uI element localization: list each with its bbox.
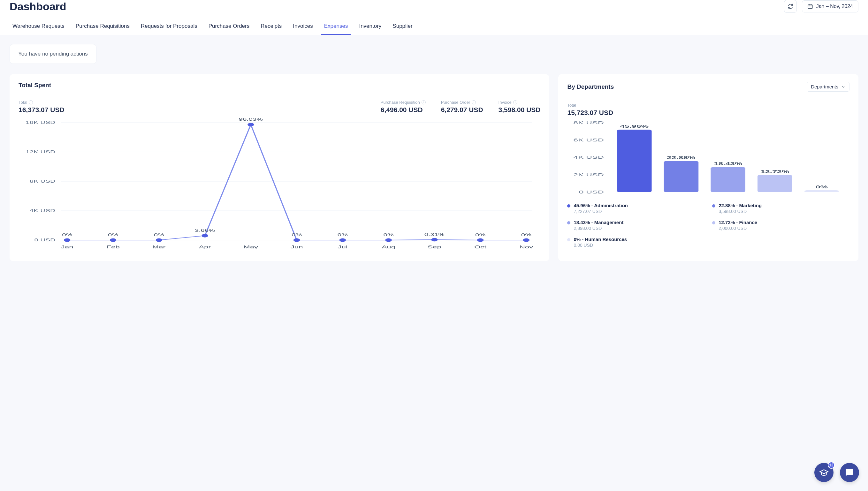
legend-item: 45.96% - Administration 7,227.07 USD (567, 203, 704, 214)
tab-bar: Warehouse RequestsPurchase RequisitionsR… (0, 19, 868, 35)
date-range-label: Jan – Nov, 2024 (816, 3, 853, 9)
svg-text:2K USD: 2K USD (573, 173, 604, 177)
dept-title: By Departments (567, 83, 614, 90)
stat-total-value: 16,373.07 USD (19, 106, 365, 114)
legend-label: 45.96% - Administration (573, 203, 627, 208)
svg-text:0%: 0% (62, 233, 72, 237)
stat-row: Total i 16,373.07 USD Purchase Requisiti… (19, 100, 540, 114)
svg-point-38 (477, 238, 483, 242)
legend-dot (567, 204, 570, 207)
legend-label: 18.43% - Management (573, 220, 623, 225)
svg-text:16K USD: 16K USD (26, 120, 55, 124)
svg-text:Jul: Jul (338, 244, 347, 249)
tab-invoices[interactable]: Invoices (290, 19, 315, 35)
svg-text:May: May (244, 244, 258, 249)
header-controls: Jan – Nov, 2024 (784, 0, 859, 13)
page-header: Dashboard Jan – Nov, 2024 (0, 0, 868, 19)
dept-header: By Departments Departments (567, 82, 849, 97)
legend-item: 18.43% - Management 2,898.00 USD (567, 220, 704, 231)
svg-point-35 (431, 238, 438, 241)
stat-right-group: Purchase Requisitioni 6,496.00 USD Purch… (381, 100, 541, 114)
info-icon[interactable]: i (29, 100, 33, 105)
legend-item: 12.72% - Finance 2,000.00 USD (712, 220, 849, 231)
svg-text:0.31%: 0.31% (424, 232, 445, 236)
svg-text:0 USD: 0 USD (579, 190, 604, 194)
legend-amount: 2,000.00 USD (719, 226, 757, 231)
svg-point-26 (293, 238, 300, 242)
svg-point-20 (201, 234, 208, 237)
svg-point-32 (385, 238, 392, 242)
dept-total: Total 15,723.07 USD (567, 103, 849, 117)
svg-text:0%: 0% (816, 185, 828, 189)
svg-text:18.43%: 18.43% (714, 162, 743, 166)
calendar-icon (807, 3, 813, 9)
bar-chart-svg: 0 USD2K USD4K USD6K USD8K USD45.96%22.88… (567, 117, 849, 195)
legend-label: 22.88% - Marketing (719, 203, 762, 208)
svg-rect-53 (711, 167, 746, 192)
svg-text:Mar: Mar (152, 244, 166, 249)
tab-supplier[interactable]: Supplier (390, 19, 415, 35)
svg-text:22.88%: 22.88% (667, 155, 696, 160)
stat-invoice: Invoicei 3,598.00 USD (499, 100, 541, 114)
line-chart: 0 USD4K USD8K USD12K USD16K USD0%Jan0%Fe… (19, 118, 540, 252)
date-range-button[interactable]: Jan – Nov, 2024 (802, 0, 859, 12)
total-spent-panel: Total Spent Total i 16,373.07 USD Purcha… (9, 74, 549, 261)
svg-text:96.03%: 96.03% (239, 118, 263, 122)
svg-point-41 (523, 238, 530, 242)
stat-total: Total i 16,373.07 USD (19, 100, 365, 114)
svg-text:0%: 0% (521, 233, 531, 237)
tab-expenses[interactable]: Expenses (321, 19, 351, 35)
stat-po: Purchase Orderi 6,279.07 USD (441, 100, 483, 114)
svg-point-14 (110, 238, 116, 242)
legend-label: 12.72% - Finance (719, 220, 757, 225)
svg-point-23 (248, 123, 254, 126)
refresh-button[interactable] (784, 0, 797, 13)
svg-text:Sep: Sep (428, 244, 441, 249)
page-title: Dashboard (9, 0, 66, 13)
refresh-icon (787, 3, 793, 9)
tab-requests-for-proposals[interactable]: Requests for Proposals (138, 19, 200, 35)
svg-text:0 USD: 0 USD (34, 238, 56, 242)
svg-text:0%: 0% (338, 233, 348, 237)
svg-text:Feb: Feb (106, 244, 120, 249)
svg-rect-57 (805, 190, 839, 192)
legend-dot (567, 238, 570, 241)
departments-dropdown[interactable]: Departments (807, 82, 849, 92)
content: You have no pending actions Total Spent … (0, 35, 868, 270)
svg-text:0%: 0% (291, 233, 302, 237)
tab-purchase-requisitions[interactable]: Purchase Requisitions (73, 19, 133, 35)
svg-text:Oct: Oct (474, 244, 486, 249)
tab-inventory[interactable]: Inventory (356, 19, 384, 35)
svg-rect-51 (664, 161, 699, 192)
tab-receipts[interactable]: Receipts (258, 19, 284, 35)
info-icon[interactable]: i (422, 100, 426, 105)
legend-item: 0% - Human Resources 0.00 USD (567, 236, 704, 248)
svg-text:3.66%: 3.66% (195, 228, 215, 232)
total-spent-title: Total Spent (19, 82, 51, 89)
svg-text:4K USD: 4K USD (573, 155, 604, 159)
svg-point-11 (64, 238, 70, 242)
svg-rect-55 (757, 175, 792, 192)
legend-dot (712, 221, 716, 225)
svg-text:0%: 0% (384, 233, 394, 237)
svg-text:Apr: Apr (199, 244, 211, 249)
svg-point-17 (156, 238, 162, 242)
legend-amount: 2,898.00 USD (573, 226, 623, 231)
legend-label: 0% - Human Resources (573, 236, 627, 242)
svg-text:Jun: Jun (290, 244, 303, 249)
tab-warehouse-requests[interactable]: Warehouse Requests (9, 19, 67, 35)
legend-amount: 3,598.00 USD (719, 209, 762, 214)
svg-text:6K USD: 6K USD (573, 138, 604, 142)
line-chart-svg: 0 USD4K USD8K USD12K USD16K USD0%Jan0%Fe… (19, 118, 540, 252)
info-icon[interactable]: i (472, 100, 476, 105)
svg-rect-49 (617, 129, 652, 192)
svg-text:4K USD: 4K USD (30, 208, 56, 212)
legend-item: 22.88% - Marketing 3,598.00 USD (712, 203, 849, 214)
stat-pr: Purchase Requisitioni 6,496.00 USD (381, 100, 426, 114)
tab-purchase-orders[interactable]: Purchase Orders (206, 19, 253, 35)
info-icon[interactable]: i (513, 100, 517, 105)
svg-text:12.72%: 12.72% (761, 170, 789, 174)
svg-rect-0 (808, 5, 812, 9)
stat-total-label: Total i (19, 100, 365, 105)
svg-text:0%: 0% (475, 233, 485, 237)
